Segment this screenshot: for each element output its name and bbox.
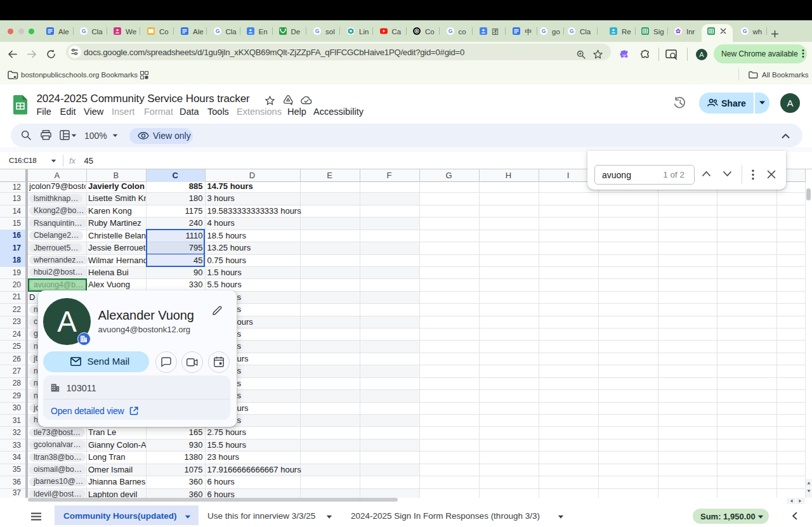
svg-text:G: G [315,28,320,34]
svg-text:G: G [215,28,219,34]
svg-text:G: G [81,28,86,34]
svg-text:G: G [570,28,574,34]
svg-text:rw: rw [622,53,626,57]
svg-text:G: G [742,28,747,34]
svg-text:G: G [542,28,546,34]
svg-text:G: G [448,28,452,34]
